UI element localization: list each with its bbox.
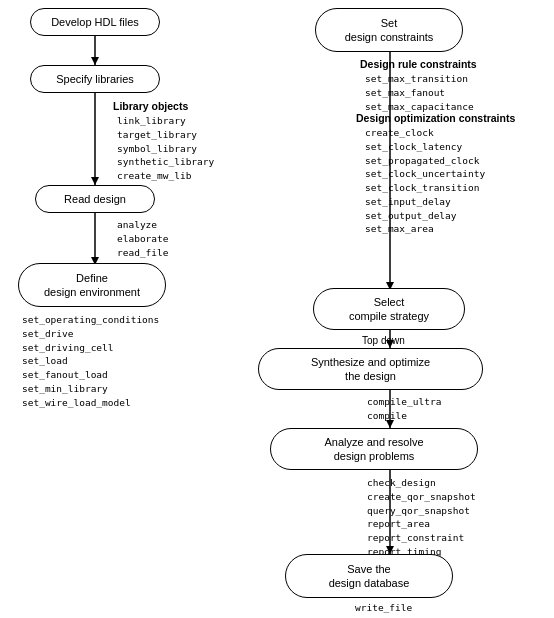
- save-commands-code: write_file: [355, 601, 412, 615]
- design-rule-code: set_max_transition set_max_fanout set_ma…: [365, 72, 474, 113]
- save-db-label: Save thedesign database: [329, 562, 410, 591]
- flow-diagram: Develop HDL files Specify libraries Libr…: [0, 0, 554, 618]
- library-objects-code: link_library target_library symbol_libra…: [117, 114, 214, 183]
- svg-marker-3: [91, 177, 99, 185]
- compile-commands-code: compile_ultra compile: [367, 395, 441, 423]
- svg-marker-1: [91, 57, 99, 65]
- develop-hdl-label: Develop HDL files: [51, 16, 139, 28]
- select-compile-label: Selectcompile strategy: [349, 295, 429, 324]
- env-commands-code: set_operating_conditions set_drive set_d…: [22, 313, 159, 409]
- select-compile-node: Selectcompile strategy: [313, 288, 465, 330]
- read-commands-code: analyze elaborate read_file: [117, 218, 168, 259]
- read-design-node: Read design: [35, 185, 155, 213]
- analyze-commands-code: check_design create_qor_snapshot query_q…: [367, 476, 476, 559]
- set-constraints-node: Setdesign constraints: [315, 8, 463, 52]
- set-constraints-label: Setdesign constraints: [345, 16, 434, 45]
- design-rule-header: Design rule constraints: [360, 58, 477, 70]
- synthesize-node: Synthesize and optimizethe design: [258, 348, 483, 390]
- synthesize-label: Synthesize and optimizethe design: [311, 355, 430, 384]
- design-opt-code: create_clock set_clock_latency set_propa…: [365, 126, 485, 236]
- define-env-label: Definedesign environment: [44, 271, 140, 300]
- analyze-label: Analyze and resolvedesign problems: [324, 435, 423, 464]
- specify-libraries-node: Specify libraries: [30, 65, 160, 93]
- read-design-label: Read design: [64, 193, 126, 205]
- develop-hdl-node: Develop HDL files: [30, 8, 160, 36]
- specify-libraries-label: Specify libraries: [56, 73, 134, 85]
- define-env-node: Definedesign environment: [18, 263, 166, 307]
- analyze-node: Analyze and resolvedesign problems: [270, 428, 478, 470]
- save-db-node: Save thedesign database: [285, 554, 453, 598]
- design-opt-header: Design optimization constraints: [356, 112, 515, 124]
- library-objects-header: Library objects: [113, 100, 188, 112]
